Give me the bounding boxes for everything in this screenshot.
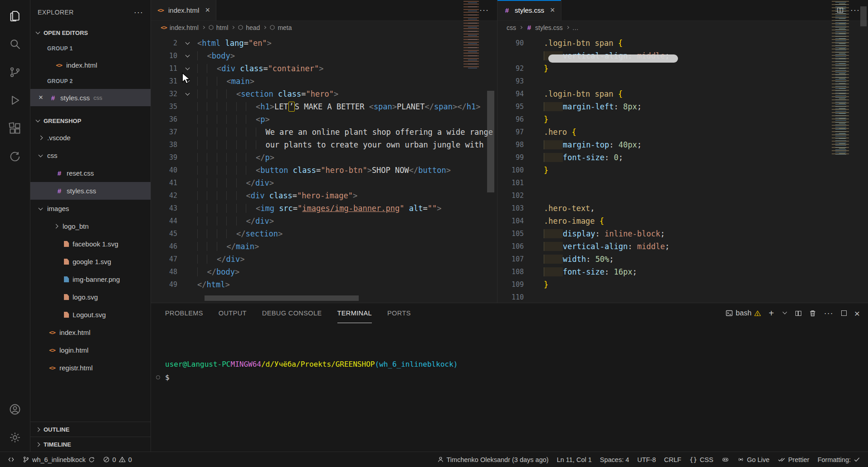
- code-line-41[interactable]: 41 </div>: [151, 177, 497, 189]
- panel-tab-debug-console[interactable]: DEBUG CONSOLE: [262, 303, 322, 323]
- new-terminal-icon[interactable]: +: [769, 309, 774, 318]
- accounts-icon[interactable]: [0, 395, 30, 423]
- code-line-39[interactable]: 39 </p>: [151, 151, 497, 164]
- code-line-48[interactable]: 48 </body>: [151, 265, 497, 278]
- fold-icon[interactable]: [177, 37, 197, 49]
- code-line-32[interactable]: 32 <section class="hero">: [151, 88, 497, 100]
- split-terminal-icon[interactable]: [795, 311, 801, 316]
- close-tab-icon[interactable]: ×: [550, 5, 555, 15]
- code-line-42[interactable]: 42 <div class="hero-image">: [151, 189, 497, 202]
- kill-terminal-icon[interactable]: [809, 310, 816, 317]
- code-line-103[interactable]: 103.hero-text,: [497, 202, 868, 215]
- fold-icon[interactable]: [177, 75, 197, 88]
- panel-tab-ports[interactable]: PORTS: [387, 303, 411, 323]
- code-line-110[interactable]: 110: [497, 291, 868, 303]
- code-line-47[interactable]: 47 </div>: [151, 253, 497, 265]
- search-icon[interactable]: [0, 30, 30, 58]
- panel-more-actions-icon[interactable]: ···: [824, 309, 834, 318]
- terminal[interactable]: user@Langust-PC MINGW64 /d/Учёба/Proekts…: [151, 323, 868, 452]
- breadcrumb-item-html[interactable]: html: [208, 24, 228, 31]
- timeline-section[interactable]: TIMELINE: [30, 437, 151, 452]
- breadcrumb-item-meta[interactable]: meta: [269, 24, 292, 31]
- code-line-109[interactable]: 109}: [497, 278, 868, 291]
- code-line-46[interactable]: 46 </main>: [151, 240, 497, 253]
- indentation-status[interactable]: Spaces: 4: [596, 452, 634, 467]
- code-line-96[interactable]: 96}: [497, 113, 868, 126]
- sidebar-more-actions-icon[interactable]: ···: [134, 8, 143, 17]
- panel-tab-problems[interactable]: PROBLEMS: [165, 303, 203, 323]
- code-line-92[interactable]: 92}: [497, 62, 868, 75]
- close-panel-icon[interactable]: ×: [854, 309, 860, 318]
- code-line-37[interactable]: 37 We are an online plant shop offering …: [151, 126, 497, 138]
- code-line-101[interactable]: 101: [497, 177, 868, 189]
- formatting-status[interactable]: Formatting:: [814, 452, 864, 467]
- code-editor-styles-css[interactable]: 90.login-btn span { vertical-align: midd…: [497, 34, 868, 303]
- tree-item-google 1.svg[interactable]: google 1.svg: [30, 253, 151, 270]
- tree-item-images[interactable]: images: [30, 200, 151, 217]
- code-line-98[interactable]: 98 margin-top: 40px;: [497, 138, 868, 151]
- code-line-104[interactable]: 104.hero-image {: [497, 215, 868, 227]
- code-line-36[interactable]: 36 <p>: [151, 113, 497, 126]
- fold-icon[interactable]: [177, 49, 197, 62]
- tree-item-logo_btn[interactable]: logo_btn: [30, 217, 151, 235]
- command-decoration-icon[interactable]: [156, 375, 160, 379]
- code-line-38[interactable]: 38 our plants to create your own urban j…: [151, 138, 497, 151]
- breadcrumb-item-…[interactable]: …: [572, 24, 579, 31]
- breadcrumb-item-css[interactable]: css: [507, 24, 516, 31]
- code-line-2[interactable]: 2<html lang="en">: [151, 37, 497, 49]
- language-mode-status[interactable]: {} CSS: [685, 452, 717, 467]
- vertical-scrollbar[interactable]: [487, 91, 494, 192]
- prettier-status[interactable]: Prettier: [774, 452, 814, 467]
- remote-window-button[interactable]: [4, 452, 19, 467]
- tree-item-reset.css[interactable]: #reset.css: [30, 164, 151, 182]
- open-editors-header[interactable]: OPEN EDITORS: [30, 25, 151, 41]
- code-line-35[interactable]: 35 <h1>LET’S MAKE A BETTER <span>PLANET<…: [151, 100, 497, 113]
- code-line-45[interactable]: 45 </section>: [151, 227, 497, 240]
- code-line-93[interactable]: 93: [497, 75, 868, 88]
- vertical-scrollbar[interactable]: [860, 6, 867, 26]
- breadcrumb-item-styles.css[interactable]: #styles.css: [526, 24, 563, 31]
- code-line-x[interactable]: vertical-align: middle;: [497, 49, 868, 62]
- code-line-90[interactable]: 90.login-btn span {: [497, 37, 868, 49]
- extensions-icon[interactable]: [0, 114, 30, 143]
- code-line-94[interactable]: 94.login-btn span {: [497, 88, 868, 100]
- code-line-99[interactable]: 99 font-size: 0;: [497, 151, 868, 164]
- copilot-status[interactable]: [717, 452, 733, 467]
- terminal-dropdown-icon[interactable]: [782, 310, 787, 314]
- go-live-button[interactable]: Go Live: [733, 452, 774, 467]
- open-editor-styles.css[interactable]: ×#styles.csscss: [30, 89, 151, 106]
- code-line-10[interactable]: 10 <body>: [151, 49, 497, 62]
- run-debug-icon[interactable]: [0, 86, 30, 114]
- code-line-49[interactable]: 49</html>: [151, 278, 497, 291]
- code-line-100[interactable]: 100}: [497, 164, 868, 177]
- tree-item-index.html[interactable]: <>index.html: [30, 324, 151, 341]
- code-line-11[interactable]: 11 <div class="container">: [151, 62, 497, 75]
- tab-index-html[interactable]: <> index.html ×: [151, 0, 216, 20]
- fold-icon[interactable]: [177, 88, 197, 100]
- cursor-position-status[interactable]: Ln 11, Col 1: [553, 452, 596, 467]
- encoding-status[interactable]: UTF-8: [633, 452, 660, 467]
- breadcrumb-item-index.html[interactable]: <>index.html: [160, 24, 199, 31]
- problems-status[interactable]: 0 0: [99, 452, 136, 467]
- code-line-107[interactable]: 107 width: 50%;: [497, 253, 868, 265]
- workspace-header[interactable]: GREENSHOP: [30, 113, 151, 129]
- panel-tab-terminal[interactable]: TERMINAL: [337, 303, 372, 323]
- tree-item-facebook 1.svg[interactable]: facebook 1.svg: [30, 235, 151, 253]
- code-line-95[interactable]: 95 margin-left: 8px;: [497, 100, 868, 113]
- code-editor-index-html[interactable]: 2<html lang="en">10 <body>11 <div class=…: [151, 34, 497, 303]
- tree-item-login.html[interactable]: <>login.html: [30, 341, 151, 359]
- explorer-icon[interactable]: [0, 2, 30, 30]
- close-tab-icon[interactable]: ×: [205, 5, 210, 15]
- fold-icon[interactable]: [177, 62, 197, 75]
- code-line-105[interactable]: 105 display: inline-block;: [497, 227, 868, 240]
- tree-item-registr.html[interactable]: <>registr.html: [30, 359, 151, 377]
- panel-tab-output[interactable]: OUTPUT: [219, 303, 247, 323]
- breadcrumb-item-head[interactable]: head: [238, 24, 260, 31]
- git-blame-status[interactable]: Timchenko Oleksandr (3 days ago): [433, 452, 553, 467]
- git-branch-status[interactable]: wh_6_inlineblkock: [19, 452, 99, 467]
- code-line-31[interactable]: 31 <main>: [151, 75, 497, 88]
- open-editor-index.html[interactable]: <>index.html: [30, 56, 151, 74]
- minimap[interactable]: [463, 1, 485, 69]
- code-line-97[interactable]: 97.hero {: [497, 126, 868, 138]
- tree-item-logo.svg[interactable]: logo.svg: [30, 288, 151, 306]
